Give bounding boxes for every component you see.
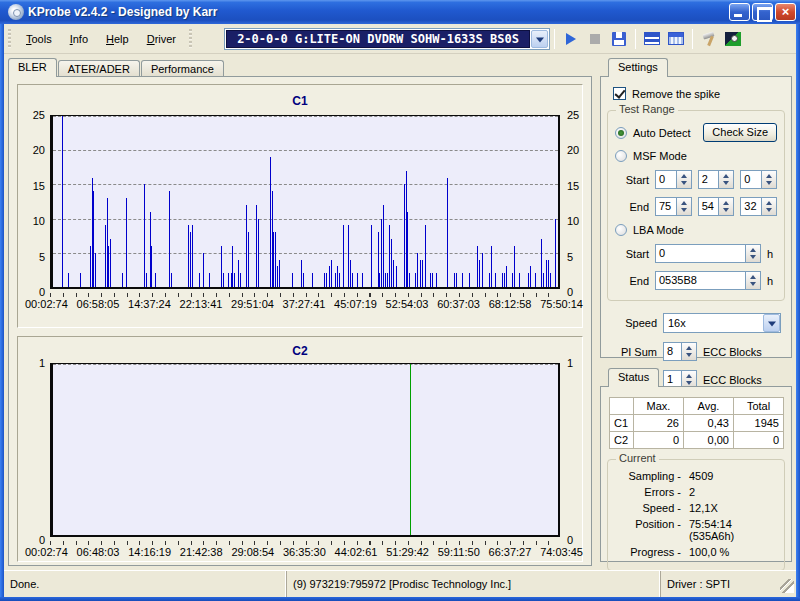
maximize-button[interactable] (752, 3, 773, 21)
c2-x-axis-ticks (50, 541, 560, 545)
spinner-icon[interactable] (761, 171, 776, 188)
spinner-icon[interactable] (676, 171, 691, 188)
error-spike (422, 260, 423, 287)
stop-scan-button[interactable] (583, 28, 607, 50)
msf-start-min-field[interactable]: 0 (655, 170, 692, 189)
spinner-icon[interactable] (718, 171, 733, 188)
pi-sum-field[interactable]: 8 (663, 342, 697, 361)
spinner-icon[interactable] (745, 272, 760, 289)
x-tick-label: 68:12:58 (489, 298, 532, 310)
c1-chart-title: C1 (18, 94, 582, 108)
x-tick-label: 14:16:19 (128, 546, 171, 558)
chevron-down-icon[interactable] (763, 314, 780, 332)
spinner-icon[interactable] (681, 343, 696, 360)
menu-info[interactable]: Info (61, 29, 97, 49)
msf-start-frame-field[interactable]: 0 (740, 170, 777, 189)
hammer-icon (701, 31, 718, 46)
app-disc-icon (8, 4, 24, 20)
error-spike (430, 273, 431, 287)
error-spike (504, 273, 505, 287)
start-scan-button[interactable] (559, 28, 583, 50)
remove-spike-checkbox[interactable]: Remove the spike (613, 87, 785, 100)
x-tick-label: 60:37:03 (437, 298, 480, 310)
tab-performance[interactable]: Performance (141, 60, 224, 77)
error-spike (258, 219, 259, 287)
tab-settings[interactable]: Settings (608, 58, 668, 77)
x-tick-label: 21:42:38 (180, 546, 223, 558)
msf-end-frame-field[interactable]: 32 (740, 197, 777, 216)
lba-end-field[interactable]: 0535B8 (655, 271, 761, 290)
save-button[interactable] (607, 28, 631, 50)
c1-x-axis-ticks (50, 293, 560, 297)
row-label: C1 (610, 415, 634, 432)
device-combo[interactable]: 2-0-0-0 G:LITE-ON DVDRW SOHW-1633S BS0S (224, 28, 550, 50)
tools-button[interactable] (697, 28, 721, 50)
app-window: KProbe v2.4.2 - Designed by Karr × Tools… (0, 0, 800, 601)
error-spike (126, 198, 127, 287)
spinner-icon[interactable] (676, 198, 691, 215)
error-spike (543, 273, 544, 287)
tab-ater-ader[interactable]: ATER/ADER (58, 60, 140, 77)
error-spike (489, 273, 490, 287)
panel-layout-button[interactable] (640, 28, 664, 50)
resize-grip[interactable] (780, 579, 794, 593)
error-spike (238, 260, 239, 287)
error-spike (105, 225, 106, 287)
check-size-button[interactable]: Check Size (703, 123, 777, 142)
y-tick-label: 20 (21, 144, 47, 156)
auto-detect-radio[interactable]: Auto Detect (615, 127, 690, 139)
tab-status[interactable]: Status (608, 368, 659, 387)
spinner-icon[interactable] (761, 198, 776, 215)
scan-cursor (410, 364, 411, 535)
msf-start-label: Start (615, 174, 649, 186)
error-spike (339, 273, 340, 287)
c1-chart: C1 0510152025 0510152025 00:02:7406:58:0… (17, 84, 583, 328)
error-spike (171, 273, 172, 287)
data-grid-button[interactable] (664, 28, 688, 50)
error-spike (432, 273, 433, 287)
y-tick-label: 15 (21, 180, 47, 192)
row-label: C2 (610, 432, 634, 449)
msf-end-sec-field[interactable]: 54 (698, 197, 735, 216)
lba-start-field[interactable]: 0 (655, 244, 761, 263)
y-tick-label: 20 (565, 144, 591, 156)
error-spike (108, 246, 109, 287)
menu-driver[interactable]: Driver (138, 29, 185, 49)
speed-dropdown[interactable]: 16x (663, 313, 781, 333)
msf-start-sec-field[interactable]: 2 (698, 170, 735, 189)
titlebar[interactable]: KProbe v2.4.2 - Designed by Karr × (0, 0, 800, 24)
msf-mode-radio[interactable]: MSF Mode (615, 150, 777, 162)
menu-help[interactable]: Help (97, 29, 138, 49)
error-spike (436, 273, 437, 287)
minimize-button[interactable] (729, 3, 750, 21)
spinner-icon[interactable] (718, 198, 733, 215)
error-spike (417, 253, 418, 287)
lba-mode-radio[interactable]: LBA Mode (615, 224, 777, 236)
sampling-value: 4509 (689, 470, 713, 482)
error-spike (535, 273, 536, 287)
tab-bler[interactable]: BLER (8, 58, 57, 77)
settings-panel: Remove the spike Test Range Auto Detect … (600, 76, 792, 358)
error-spike (192, 225, 193, 287)
error-spike (190, 232, 191, 287)
toolbar-separator (635, 29, 636, 49)
close-button[interactable]: × (775, 3, 796, 21)
disc-test-button[interactable] (721, 28, 745, 50)
error-spike (391, 239, 392, 287)
test-range-group: Test Range Auto Detect Check Size MSF Mo… (607, 110, 785, 301)
x-tick-label: 52:54:03 (386, 298, 429, 310)
error-spike (379, 273, 380, 287)
status-table: Max. Avg. Total C1 26 0,43 1945 C2 0 0,0… (609, 397, 784, 449)
error-spike (169, 191, 170, 287)
error-spike (352, 273, 353, 287)
error-spike (348, 225, 349, 287)
error-spike (110, 239, 111, 287)
chevron-down-icon[interactable] (531, 30, 548, 48)
menu-tools[interactable]: Tools (17, 29, 61, 49)
spinner-icon[interactable] (745, 245, 760, 262)
error-spike (335, 273, 336, 287)
toolbar-gripper[interactable] (189, 29, 192, 49)
msf-end-min-field[interactable]: 75 (655, 197, 692, 216)
menubar-gripper[interactable] (8, 29, 11, 49)
error-spike (301, 260, 302, 287)
